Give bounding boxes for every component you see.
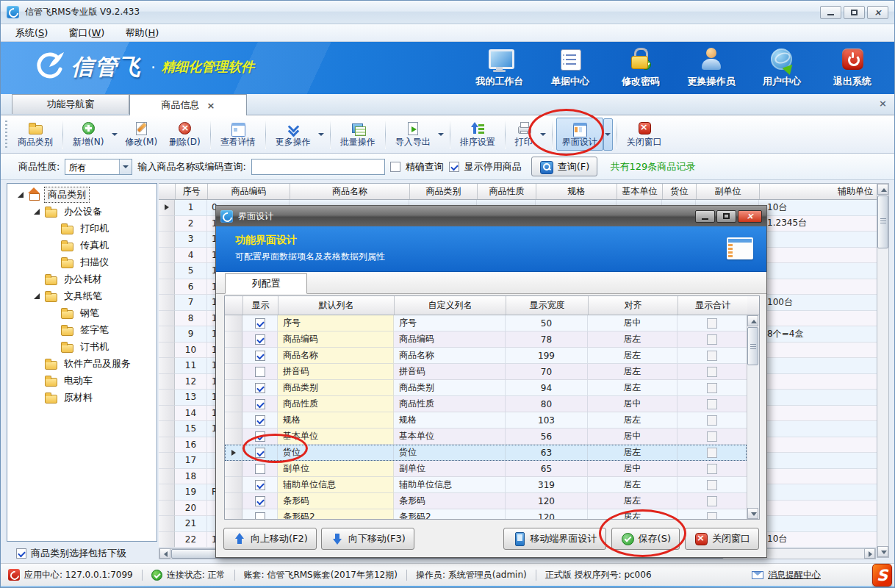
show-total-checkbox[interactable] [707, 399, 717, 409]
show-total-checkbox[interactable] [707, 480, 717, 490]
tree-item[interactable]: 文具纸笔 [7, 287, 157, 304]
tree-item[interactable]: 电动车 [7, 372, 157, 389]
cell-custom-name[interactable]: 商品编码 [394, 331, 506, 348]
show-total-checkbox[interactable] [707, 512, 717, 520]
show-column-checkbox[interactable] [255, 496, 265, 506]
column-config-row[interactable]: 拼音码 拼音码 70 居左 [225, 364, 747, 380]
toolbar-button[interactable]: 更多操作 [270, 118, 317, 151]
cell-display-width[interactable]: 50 [506, 315, 588, 331]
dialog-maximize-button[interactable] [716, 210, 736, 223]
column-config-row[interactable]: 条形码 条形码 120 居左 [225, 493, 747, 509]
cell-custom-name[interactable]: 副单位 [394, 461, 506, 477]
config-column-header[interactable]: 显示合计 [678, 296, 747, 315]
dropdown-arrow-icon[interactable] [603, 118, 613, 151]
dialog-action-button[interactable]: 移动端界面设计 [503, 528, 606, 550]
column-config-row[interactable]: 商品性质 商品性质 80 居中 [225, 396, 747, 412]
dialog-scrollbar[interactable] [747, 315, 759, 519]
cell-alignment[interactable]: 居左 [588, 364, 677, 380]
toolbar-button[interactable]: 打印 [509, 118, 539, 151]
cell-alignment[interactable]: 居左 [588, 445, 677, 461]
menu-item[interactable]: 系统(S) [5, 25, 58, 41]
show-total-checkbox[interactable] [707, 334, 717, 345]
config-column-header[interactable]: 默认列名 [278, 296, 395, 315]
tree-expander-icon[interactable] [18, 192, 24, 198]
column-config-row[interactable]: 商品类别 商品类别 94 居左 [225, 380, 747, 396]
exact-search-checkbox[interactable] [390, 162, 400, 172]
config-column-header[interactable]: 对齐 [589, 296, 678, 315]
cell-alignment[interactable]: 居中 [588, 396, 677, 412]
cell-display-width[interactable]: 319 [506, 477, 588, 493]
show-column-checkbox[interactable] [255, 480, 265, 490]
banner-action[interactable]: 我的工作台 [474, 48, 525, 88]
tab[interactable]: 商品信息 × [129, 94, 247, 115]
tree-item[interactable]: 传真机 [7, 237, 157, 254]
show-column-checkbox[interactable] [255, 448, 265, 458]
cell-alignment[interactable]: 居左 [588, 380, 677, 396]
banner-action[interactable]: 单据中心 [544, 48, 596, 88]
show-column-checkbox[interactable] [255, 334, 265, 345]
cell-display-width[interactable]: 56 [506, 429, 588, 445]
tabstrip-close-icon[interactable]: × [879, 98, 887, 109]
column-config-row[interactable]: 货位 货位 63 居左 [225, 445, 747, 461]
banner-action[interactable]: 修改密码 [615, 48, 666, 88]
cell-alignment[interactable]: 居左 [588, 348, 677, 364]
cell-display-width[interactable]: 80 [506, 396, 588, 412]
tree-item[interactable]: 办公耗材 [7, 270, 157, 287]
scroll-up-icon[interactable] [877, 184, 888, 195]
cell-alignment[interactable]: 居左 [588, 331, 677, 348]
table-column-header[interactable]: 商品名称 [290, 184, 410, 199]
scroll-down-icon[interactable] [747, 508, 758, 519]
toolbar-button[interactable]: 排序设置 [454, 118, 501, 151]
cell-custom-name[interactable]: 规格 [394, 412, 506, 429]
toolbar-button[interactable]: 批量操作 [334, 118, 381, 151]
cell-display-width[interactable]: 65 [506, 461, 588, 477]
column-config-row[interactable]: 商品编码 商品编码 78 居左 [225, 331, 747, 348]
cell-alignment[interactable]: 居左 [588, 477, 677, 493]
tree-item[interactable]: 软件产品及服务 [7, 355, 157, 372]
tree-item[interactable]: 订书机 [7, 338, 157, 355]
toolbar-button[interactable]: 查看详情 [215, 118, 262, 151]
tree-item[interactable]: 商品类别 [7, 186, 157, 203]
show-column-checkbox[interactable] [255, 383, 265, 393]
dialog-close-button[interactable]: × [738, 210, 762, 223]
tree-item[interactable]: 签字笔 [7, 321, 157, 338]
show-total-checkbox[interactable] [707, 351, 717, 361]
show-total-checkbox[interactable] [707, 448, 717, 458]
tab-column-config[interactable]: 列配置 [225, 273, 307, 294]
cell-display-width[interactable]: 70 [506, 364, 588, 380]
cell-display-width[interactable]: 120 [506, 509, 588, 519]
message-center-link[interactable]: 消息提醒中心 [768, 569, 821, 581]
cell-alignment[interactable]: 居左 [588, 493, 677, 509]
show-stopped-checkbox[interactable] [449, 162, 459, 172]
cell-custom-name[interactable]: 货位 [394, 445, 506, 461]
banner-action[interactable]: 用户中心 [756, 48, 808, 88]
show-total-checkbox[interactable] [707, 496, 717, 506]
include-sublevel-checkbox[interactable] [16, 548, 26, 559]
show-column-checkbox[interactable] [255, 464, 265, 474]
cell-alignment[interactable]: 居左 [588, 509, 677, 519]
column-config-row[interactable]: 序号 序号 50 居中 [225, 315, 747, 331]
menu-item[interactable]: 窗口(W) [58, 25, 115, 41]
dropdown-arrow-icon[interactable] [539, 120, 548, 149]
cell-custom-name[interactable]: 条形码 [394, 493, 506, 509]
dialog-move-button[interactable]: 向上移动(F2) [223, 528, 317, 550]
cell-display-width[interactable]: 63 [506, 445, 588, 461]
show-total-checkbox[interactable] [707, 464, 717, 474]
toolbar-button[interactable]: 导入导出 [389, 118, 436, 151]
maximize-button[interactable] [844, 6, 865, 19]
toolbar-button[interactable]: 新增(N) [67, 118, 109, 151]
cell-alignment[interactable]: 居中 [588, 429, 677, 445]
cell-custom-name[interactable]: 基本单位 [394, 429, 506, 445]
column-config-row[interactable]: 规格 规格 103 居左 [225, 412, 747, 429]
cell-custom-name[interactable]: 拼音码 [394, 364, 506, 380]
cell-custom-name[interactable]: 商品性质 [394, 396, 506, 412]
toolbar-button[interactable]: 界面设计 [556, 118, 603, 151]
menu-item[interactable]: 帮助(H) [115, 25, 169, 41]
minimize-button[interactable] [820, 6, 841, 19]
dialog-move-button[interactable]: 向下移动(F3) [321, 528, 414, 550]
tree-item[interactable]: 扫描仪 [7, 254, 157, 270]
cell-alignment[interactable]: 居中 [588, 461, 677, 477]
show-total-checkbox[interactable] [707, 383, 717, 393]
column-config-row[interactable]: 条形码2 条形码2 120 居左 [225, 509, 747, 519]
scroll-left-icon[interactable] [159, 548, 170, 559]
